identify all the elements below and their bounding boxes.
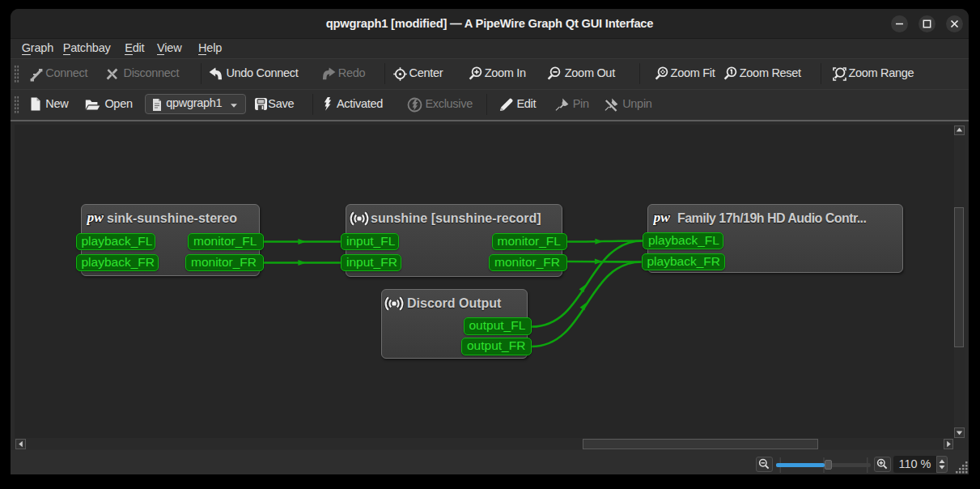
- svg-text:pw: pw: [87, 209, 104, 225]
- svg-text:pw: pw: [653, 209, 670, 225]
